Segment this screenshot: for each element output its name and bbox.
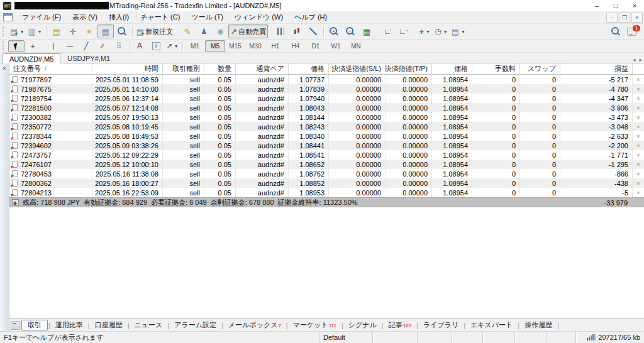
trendline-button[interactable]: ╱ [78,40,94,52]
close-button[interactable]: × [625,0,644,11]
horizontal-line-button[interactable]: — [62,40,78,52]
chart-window-icon[interactable] [3,13,13,21]
order-row[interactable]: 719876752025.05.01 14:10:00sell0.05audnz… [9,84,644,94]
timeframe-button-w1[interactable]: W1 [326,40,346,52]
order-row[interactable]: 719778972025.05.01 11:08:59sell0.05audnz… [9,75,644,84]
order-row[interactable]: 724737572025.05.12 09:22:29sell0.05audnz… [9,150,644,160]
column-header-open-price[interactable]: 価格 [289,63,329,74]
menu-item[interactable]: ウィンドウ (W) [229,11,289,23]
panel-corner-icon[interactable] [11,321,19,330]
notifications-button[interactable]: 1 [624,24,640,38]
column-header-volume[interactable]: 数量 [204,63,236,74]
terminal-tab-8[interactable]: シグナル [344,320,381,330]
close-position-button[interactable]: × [633,169,644,178]
connection-status[interactable]: 207217/65 kb [576,332,644,343]
timeframe-button-mn[interactable]: MN [346,40,366,52]
child-minimize-button[interactable]: – [606,13,618,23]
zoom-out-button[interactable]: − [342,24,358,38]
close-position-button[interactable]: × [633,178,644,188]
order-row[interactable]: 723003822025.05.07 19:50:13sell0.05audnz… [9,112,644,122]
terminal-tab-10[interactable]: ライブラリ [419,320,463,330]
menu-item[interactable]: 表示 (V) [67,11,103,23]
column-header-current-price[interactable]: 価格 [432,63,472,74]
line-chart-button[interactable] [305,24,321,38]
terminal-tab-4[interactable]: ニュース [130,320,167,330]
close-position-button[interactable]: × [633,84,644,94]
order-row[interactable]: 722815002025.05.07 12:14:08sell0.05audnz… [9,103,644,112]
close-position-button[interactable]: × [633,150,644,160]
order-row[interactable]: 721897542025.05.06 12:37:14sell0.05audnz… [9,94,644,103]
text-label-button[interactable]: T [148,40,164,52]
terminal-tab-11[interactable]: エキスパート [466,320,517,330]
tab-scroll-right-icon[interactable]: ▸ [637,57,644,63]
order-row[interactable]: 727804532025.05.16 11:38:08sell0.05audnz… [9,169,644,178]
profile-selector[interactable]: Default [319,332,373,343]
close-position-button[interactable]: × [633,94,644,103]
vertical-line-button[interactable]: | [45,40,62,52]
terminal-tab-12[interactable]: 操作履歴 [520,320,557,330]
menu-item[interactable]: チャート (C) [135,11,186,23]
close-position-button[interactable]: × [633,188,644,197]
arrows-button[interactable]: ↗▼ [164,40,180,52]
terminal-tab-1[interactable]: 取引 [21,320,48,330]
order-row[interactable]: 728003622025.05.16 18:00:27sell0.05audnz… [9,178,644,188]
order-row[interactable]: 723783442025.05.08 18:49:53sell0.05audnz… [9,131,644,141]
close-position-button[interactable]: × [633,141,644,150]
terminal-tab-7[interactable]: マーケット111 [289,320,341,330]
app-icon[interactable]: MT [3,2,11,10]
close-position-button[interactable]: × [633,122,644,131]
community-button[interactable]: ♟ [196,24,212,38]
menu-item[interactable]: 挿入(I) [103,11,135,23]
close-position-button[interactable]: × [633,112,644,122]
terminal-tab-2[interactable]: 運用比率 [51,320,87,330]
zoom-in-button[interactable]: + [326,24,342,38]
market-watch-button[interactable]: ▤ [48,24,65,38]
metaeditor-button[interactable]: ✎ [179,24,196,38]
timeframe-button-m30[interactable]: M30 [245,40,265,52]
tile-windows-button[interactable]: ▦ [358,24,375,38]
column-header-trade-type[interactable]: 取引種別 [163,63,204,74]
channel-button[interactable]: ∕∕ [94,40,111,52]
new-order-button[interactable]: ▤+新規注文 [135,24,175,38]
broadcast-button[interactable]: ◉ [212,24,228,38]
toolbar-grip[interactable] [3,26,6,36]
new-chart-button[interactable]: ▤+▼ [8,24,26,38]
fibonacci-button[interactable]: ⠿ [111,40,127,52]
chart-shift-button[interactable]: ∟→ [396,24,412,38]
search-button[interactable] [608,24,624,38]
minimize-button[interactable]: – [587,0,606,11]
text-button[interactable]: A [131,40,148,52]
column-header-profit[interactable]: 損益 [560,63,633,74]
maximize-button[interactable]: □ [606,0,625,11]
periods-button[interactable]: ◷▼ [433,24,449,38]
column-header-commission[interactable]: 手数料 [472,63,520,74]
column-header-stop-loss[interactable]: 決済逆指値(S/L) [329,63,386,74]
strategy-tester-button[interactable] [114,24,130,38]
candlestick-button[interactable] [289,24,305,38]
account-summary-row[interactable]: 残高: 718 908 JPY 有効証拠金: 684 929 必要証拠金: 6 … [9,197,644,207]
column-header-symbol[interactable]: 通貨ペア [236,63,289,74]
timeframe-button-m5[interactable]: M5 [205,40,225,52]
terminal-close-icon[interactable]: × [0,65,9,72]
autotrading-button[interactable]: ↗自動売買 [228,24,268,38]
terminal-tab-3[interactable]: 口座履歴 [91,320,127,330]
menu-item[interactable]: ヘルプ (H) [289,11,333,23]
menu-item[interactable]: ファイル (F) [16,11,67,23]
auto-arrange-button[interactable]: ∟↑ [379,24,396,38]
close-position-button[interactable]: × [633,75,644,84]
terminal-tab-9[interactable]: 記事160 [384,320,416,330]
tab-scroll-left-icon[interactable]: ◂ [631,57,638,63]
toolbar-grip[interactable] [3,41,6,51]
column-header-order-number[interactable]: 注文番号/ [9,63,92,74]
child-restore-button[interactable]: ❐ [619,13,630,23]
cursor-button[interactable] [8,40,25,52]
crosshair-button[interactable]: + [25,40,41,52]
timeframe-button-m15[interactable]: M15 [225,40,245,52]
close-position-button[interactable]: × [633,160,644,169]
close-position-button[interactable]: × [633,131,644,141]
menu-item[interactable]: ツール (T) [186,11,229,23]
terminal-tab-5[interactable]: アラーム設定 [170,320,221,330]
order-row[interactable]: 728042132025.05.16 22:53:09sell0.05audnz… [9,188,644,197]
indicators-button[interactable]: +▼ [416,24,433,38]
chart-tab[interactable]: AUDNZD#,M5 [3,53,60,63]
